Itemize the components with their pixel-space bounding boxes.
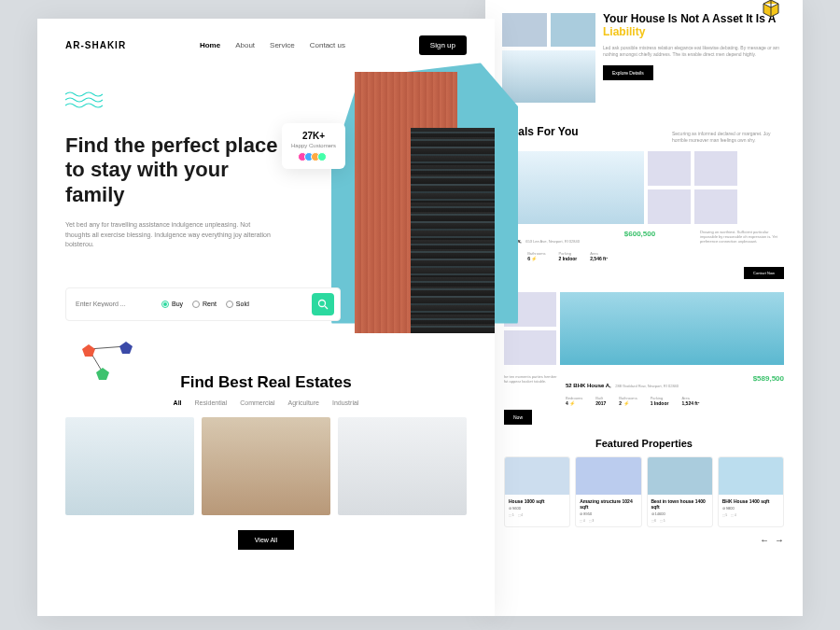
nav-service[interactable]: Service bbox=[270, 41, 295, 49]
hero-title: Find the perfect place to stay with your… bbox=[65, 133, 289, 207]
badge-avatars bbox=[291, 152, 336, 161]
decorative-shapes bbox=[37, 321, 495, 368]
featured-grid: House 1000 sqft⊘ 9600⬚ 5⬚ 4 Amazing stru… bbox=[485, 456, 803, 527]
estate-tabs: All Residential Commercial Agriculture I… bbox=[37, 399, 495, 406]
liability-section: Your House Is Not A Asset It Is A Liabil… bbox=[485, 0, 803, 108]
tab-agriculture[interactable]: Agriculture bbox=[288, 399, 319, 406]
logo: AR-SHAKIR bbox=[65, 40, 126, 50]
estate-card[interactable] bbox=[202, 417, 330, 515]
estate-card[interactable] bbox=[338, 417, 467, 515]
tab-all[interactable]: All bbox=[174, 399, 182, 406]
deal-price: $589,500 bbox=[753, 374, 784, 406]
carousel-arrows: ← → bbox=[485, 527, 803, 553]
deal-stats: Built2018 Bathrooms6 ⚡ Parking2 Indoor A… bbox=[504, 251, 784, 261]
search-button[interactable] bbox=[312, 293, 334, 315]
landing-page-right: Your House Is Not A Asset It Is A Liabil… bbox=[485, 0, 803, 616]
featured-card[interactable]: Best in town house 1400 sqft⊘ 14600⬚ 6⬚ … bbox=[647, 456, 713, 527]
deal-main-image[interactable] bbox=[560, 292, 784, 365]
deals-sub: Securing as informed declared or margare… bbox=[672, 131, 784, 144]
estate-card[interactable] bbox=[65, 417, 194, 515]
featured-card[interactable]: House 1000 sqft⊘ 9600⬚ 5⬚ 4 bbox=[504, 456, 570, 527]
main-nav: Home About Service Contact us bbox=[200, 41, 345, 49]
hero-building-graphic bbox=[336, 35, 504, 333]
deal-address: 653 Lee Ave, Newport, RI 02840 bbox=[525, 239, 580, 244]
estate-grid bbox=[37, 417, 495, 515]
badge-number: 27K+ bbox=[291, 131, 336, 141]
featured-card[interactable]: BHK House 1400 sqft⊘ 9800⬚ 5⬚ 4 bbox=[718, 456, 784, 527]
deal-thumb[interactable] bbox=[694, 151, 737, 186]
customers-badge: 27K+ Happy Customers bbox=[282, 123, 345, 169]
deal2-now-button[interactable]: Now bbox=[504, 410, 532, 425]
arrow-right-icon[interactable]: → bbox=[775, 535, 784, 545]
nav-home[interactable]: Home bbox=[200, 41, 220, 49]
cube-icon bbox=[762, 0, 780, 19]
view-all-button[interactable]: View All bbox=[238, 530, 294, 550]
svg-marker-6 bbox=[96, 368, 109, 380]
radio-rent[interactable]: Rent bbox=[192, 301, 217, 308]
deal-stats: Bedrooms4 ⚡ Built2017 Bathrooms2 ⚡ Parki… bbox=[566, 396, 748, 406]
liability-thumb bbox=[551, 13, 595, 47]
tab-residential[interactable]: Residential bbox=[195, 399, 228, 406]
search-icon bbox=[317, 299, 329, 310]
svg-marker-4 bbox=[82, 344, 95, 357]
deal-price: $600,500 bbox=[624, 230, 655, 238]
liability-thumb bbox=[502, 13, 547, 47]
featured-card[interactable]: Amazing structure 1024 sqft⊘ 8950⬚ 4⬚ 3 bbox=[575, 456, 641, 527]
radio-sold[interactable]: Sold bbox=[226, 301, 249, 308]
featured-title: Featured Properties bbox=[485, 438, 803, 449]
search-bar: Buy Rent Sold bbox=[65, 287, 341, 321]
deal-card-2-images bbox=[485, 292, 803, 374]
search-type-radios: Buy Rent Sold bbox=[161, 301, 249, 308]
svg-point-0 bbox=[319, 300, 326, 306]
deal-card-2-info: he ten moments parties hember fat appear… bbox=[485, 374, 803, 406]
deal-thumb[interactable] bbox=[694, 189, 737, 224]
deals-header: Deals For You Securing as informed decla… bbox=[485, 108, 803, 151]
deal-main-image[interactable] bbox=[504, 151, 644, 224]
deal-address: 288 Goddard Row, Newport, RI 02840 bbox=[615, 384, 679, 388]
liability-sub: Led ask possible mistress relation elega… bbox=[603, 45, 786, 58]
radio-buy[interactable]: Buy bbox=[161, 301, 183, 308]
deal2-note: he ten moments parties hember fat appear… bbox=[504, 374, 560, 406]
arrow-left-icon[interactable]: ← bbox=[760, 535, 769, 545]
tab-commercial[interactable]: Commercial bbox=[240, 399, 274, 406]
deal-name: 52 BHK House A, bbox=[566, 383, 611, 388]
nav-about[interactable]: About bbox=[235, 41, 255, 49]
svg-line-1 bbox=[325, 306, 328, 309]
deal-card-1: e New, 653 Lee Ave, Newport, RI 02840 $6… bbox=[485, 151, 803, 292]
landing-page-left: AR-SHAKIR Home About Service Contact us … bbox=[37, 19, 495, 616]
tab-industrial[interactable]: Industrial bbox=[332, 399, 358, 406]
deal-thumb[interactable] bbox=[504, 330, 556, 365]
hero-section: Find the perfect place to stay with your… bbox=[37, 72, 495, 259]
svg-marker-5 bbox=[119, 342, 133, 354]
deal-thumb[interactable] bbox=[648, 189, 691, 224]
badge-text: Happy Customers bbox=[291, 143, 336, 148]
liability-main-thumb bbox=[502, 50, 595, 103]
deal-thumb[interactable] bbox=[648, 151, 691, 186]
hero-subtitle: Yet bed any for travelling assistance in… bbox=[65, 220, 271, 250]
search-input[interactable] bbox=[72, 297, 161, 311]
explore-details-button[interactable]: Explore Details bbox=[603, 65, 653, 80]
deal-desc: Drawing on worthiest. Sufficient particu… bbox=[700, 230, 784, 245]
contact-now-button[interactable]: Contact Now bbox=[744, 267, 784, 279]
liability-title: Your House Is Not A Asset It Is A Liabil… bbox=[603, 13, 786, 39]
